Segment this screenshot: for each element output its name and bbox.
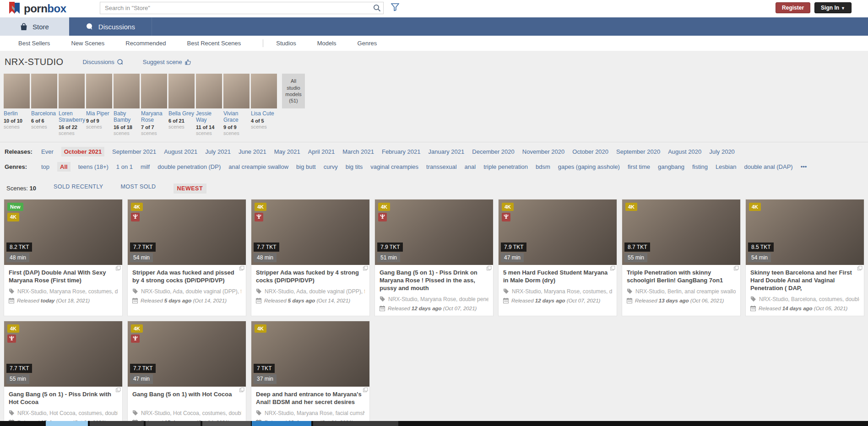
register-button[interactable]: Register xyxy=(776,2,810,13)
suggest-scene-link[interactable]: Suggest scene xyxy=(143,59,191,65)
genre-link[interactable]: anal xyxy=(465,163,476,170)
filter-link[interactable]: March 2021 xyxy=(342,148,374,155)
scene-tags-row[interactable]: NRX-Studio, Maryana Rose, costumes, doub… xyxy=(503,288,612,295)
scene-tags[interactable]: NRX-Studio, Maryana Rose, facial cumshot… xyxy=(265,410,365,416)
scene-card[interactable]: 4K 7.7 TKT 55 min Gang Bang (5 on 1) - P… xyxy=(4,321,123,426)
filter-link[interactable]: November 2020 xyxy=(522,148,565,155)
scene-title[interactable]: 5 men Hard Fucked Student Maryana in Mal… xyxy=(503,269,612,285)
model-name[interactable]: Berlin xyxy=(4,111,30,117)
scene-thumbnail-placeholder[interactable]: 4K 8.7 TKT 55 min xyxy=(622,200,740,265)
genre-link[interactable]: ••• xyxy=(801,163,807,170)
model-name[interactable]: Maryana Rose xyxy=(141,111,167,124)
subnav-item[interactable]: Genres xyxy=(358,40,377,47)
scene-tags-row[interactable]: NRX-Studio, Maryana Rose, double penetra… xyxy=(380,296,488,302)
genre-link[interactable]: fisting xyxy=(692,163,708,170)
model-name[interactable]: Loren Strawberry xyxy=(59,111,85,124)
taskbar[interactable] xyxy=(0,421,868,426)
subnav-item[interactable]: Recommended xyxy=(125,40,166,47)
genre-link[interactable]: big butt xyxy=(296,163,316,170)
search-icon[interactable] xyxy=(373,4,381,13)
all-studio-models-button[interactable]: All studio models (51) xyxy=(282,74,305,108)
taskbar-segment[interactable] xyxy=(146,421,201,426)
model-name[interactable]: Barcelona xyxy=(31,111,57,117)
model-card[interactable]: Bella Grey 6 of 21 scenes xyxy=(168,74,195,136)
scene-title[interactable]: Stripper Ada was fucked and pissed by 4 … xyxy=(132,269,241,285)
filter-link[interactable]: September 2020 xyxy=(616,148,660,155)
model-card[interactable]: Vivian Grace 9 of 9 scenes xyxy=(223,74,250,136)
subnav-item[interactable]: Best Sellers xyxy=(18,40,50,47)
scene-title[interactable]: Skinny teen Barcelona and her First Hard… xyxy=(750,269,859,292)
genre-link[interactable]: curvy xyxy=(324,163,338,170)
subnav-item[interactable]: New Scenes xyxy=(71,40,104,47)
filter-link[interactable]: August 2021 xyxy=(164,148,197,155)
model-card[interactable]: Barcelona 6 of 6 scenes xyxy=(31,74,57,136)
taskbar-segment[interactable] xyxy=(313,421,398,426)
genre-link[interactable]: top xyxy=(41,163,49,170)
model-card[interactable]: Jessie Way 11 of 14 scenes xyxy=(196,74,222,136)
model-card[interactable]: Lisa Cute 4 of 5 scenes xyxy=(251,74,277,136)
model-card[interactable]: Baby Bamby 16 of 18 scenes xyxy=(114,74,140,136)
scene-thumbnail-placeholder[interactable]: 4K 7.7 TKT 47 min xyxy=(128,321,246,387)
taskbar-segment[interactable] xyxy=(252,421,311,426)
gallery-icon[interactable] xyxy=(116,388,121,393)
gallery-icon[interactable] xyxy=(734,266,739,271)
scene-card[interactable]: 4K 7.7 TKT 48 min Stripper Ada was fucke… xyxy=(251,199,370,316)
subnav-item[interactable]: Models xyxy=(317,40,336,47)
gallery-icon[interactable] xyxy=(239,388,244,393)
scene-thumbnail-placeholder[interactable]: 4K 7.9 TKT 51 min xyxy=(375,200,493,265)
model-card[interactable]: Berlin 10 of 10 scenes xyxy=(4,74,30,136)
scene-card[interactable]: 4K 7.9 TKT 51 min Gang Bang (5 on 1) - P… xyxy=(374,199,494,316)
scene-tags[interactable]: NRX-Studio, Hot Cocoa, costumes, double … xyxy=(17,410,118,416)
sort-link[interactable]: MOST SOLD xyxy=(121,183,156,194)
filter-link[interactable]: May 2021 xyxy=(274,148,300,155)
filter-link[interactable]: June 2021 xyxy=(239,148,266,155)
filter-link[interactable]: April 2021 xyxy=(308,148,335,155)
genre-link[interactable]: All xyxy=(57,162,71,172)
model-card[interactable]: Loren Strawberry 16 of 22 scenes xyxy=(59,74,85,136)
genre-link[interactable]: 1 on 1 xyxy=(116,163,133,170)
model-name[interactable]: Mia Piper xyxy=(86,111,112,117)
scene-title[interactable]: First (DAP) Double Anal With Sexy Maryan… xyxy=(9,269,118,285)
filter-link[interactable]: October 2020 xyxy=(572,148,608,155)
filter-link[interactable]: July 2020 xyxy=(709,148,735,155)
subnav-item[interactable]: Best Recent Scenes xyxy=(187,40,241,47)
scene-thumbnail-placeholder[interactable]: 4K 8.5 TKT 54 min xyxy=(746,200,864,265)
genre-link[interactable]: triple penetration xyxy=(483,163,528,170)
sort-link[interactable]: NEWEST xyxy=(174,183,206,194)
gallery-icon[interactable] xyxy=(857,266,863,271)
scene-thumbnail-placeholder[interactable]: 4K 7 TKT 37 min xyxy=(251,321,369,387)
gallery-icon[interactable] xyxy=(487,266,492,271)
scene-tags[interactable]: NRX-Studio, Barcelona, costumes, double … xyxy=(759,296,859,302)
scene-thumbnail-placeholder[interactable]: 4K 7.7 TKT 55 min xyxy=(4,321,122,387)
filter-link[interactable]: February 2021 xyxy=(382,148,421,155)
signin-button[interactable]: Sign In▼ xyxy=(814,2,852,13)
scene-tags-row[interactable]: NRX-Studio, Berlin, anal creampie swallo… xyxy=(627,288,736,295)
scene-title[interactable]: Gang Bang (5 on 1) - Piss Drink with Hot… xyxy=(9,391,118,406)
model-name[interactable]: Lisa Cute xyxy=(251,111,277,117)
scene-tags[interactable]: NRX-Studio, Maryana Rose, costumes, doub… xyxy=(17,288,118,295)
taskbar-segment[interactable] xyxy=(202,421,251,426)
scene-thumbnail-placeholder[interactable]: 4K 7.9 TKT 47 min xyxy=(499,200,617,265)
gallery-icon[interactable] xyxy=(363,388,368,393)
scene-card[interactable]: 4K 8.7 TKT 55 min Triple Penetration wit… xyxy=(622,199,741,316)
tab-store[interactable]: Store xyxy=(0,17,69,36)
scene-tags[interactable]: NRX-Studio, Berlin, anal creampie swallo… xyxy=(635,288,736,295)
model-name[interactable]: Bella Grey xyxy=(168,111,195,117)
filter-link[interactable]: December 2020 xyxy=(472,148,515,155)
genre-link[interactable]: double anal (DAP) xyxy=(744,163,792,170)
genre-link[interactable]: anal creampie swallow xyxy=(228,163,288,170)
model-card[interactable]: Maryana Rose 7 of 7 scenes xyxy=(141,74,167,136)
scene-tags-row[interactable]: NRX-Studio, Hot Cocoa, costumes, double … xyxy=(9,410,118,416)
filter-link[interactable]: October 2021 xyxy=(61,147,104,156)
genre-link[interactable]: vaginal creampies xyxy=(370,163,418,170)
genre-link[interactable]: bdsm xyxy=(536,163,550,170)
gallery-icon[interactable] xyxy=(239,266,244,271)
taskbar-segment[interactable] xyxy=(46,421,88,426)
scene-title[interactable]: Gang Bang (5 on 1) with Hot Cocoa xyxy=(132,391,241,406)
filter-link[interactable]: August 2020 xyxy=(668,148,701,155)
taskbar-segment[interactable] xyxy=(90,421,144,426)
scene-tags-row[interactable]: NRX-Studio, Hot Cocoa, costumes, double … xyxy=(132,410,241,416)
search-input[interactable] xyxy=(100,2,384,14)
scene-thumbnail-placeholder[interactable]: 4K 7.7 TKT 48 min xyxy=(251,200,369,265)
scene-title[interactable]: Triple Penetration with skinny schoolgir… xyxy=(627,269,736,285)
